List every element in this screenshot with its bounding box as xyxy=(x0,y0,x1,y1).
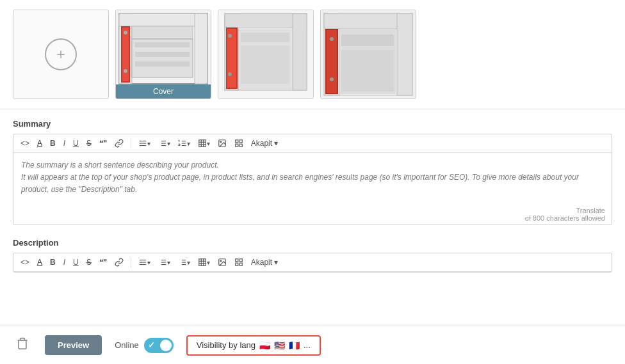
svg-rect-3 xyxy=(119,13,207,26)
summary-italic-btn[interactable]: I xyxy=(61,138,67,149)
svg-rect-34 xyxy=(341,35,394,46)
desc-list2-btn[interactable]: ▾ xyxy=(176,257,192,268)
summary-paragraph-select[interactable]: Akapit ▾ xyxy=(249,138,280,149)
toggle-knob xyxy=(160,340,172,351)
svg-rect-62 xyxy=(239,144,242,146)
svg-rect-11 xyxy=(135,42,190,47)
summary-editor: <> A B I U S̶ ❝❞ ▾ xyxy=(13,134,612,225)
svg-rect-23 xyxy=(241,45,289,84)
visibility-label: Visibility by lang xyxy=(197,340,256,350)
flag-pl: 🇵🇱 xyxy=(259,340,270,351)
svg-rect-83 xyxy=(235,259,238,262)
images-section: + xyxy=(0,0,625,109)
desc-font-btn[interactable]: A xyxy=(35,257,44,268)
summary-strike-btn[interactable]: S̶ xyxy=(85,138,93,149)
summary-link-btn[interactable] xyxy=(113,138,126,149)
ordered-list-icon xyxy=(178,139,187,148)
online-toggle-switch[interactable]: ✓ xyxy=(144,338,174,353)
table-icon xyxy=(198,139,207,148)
desc-italic-btn[interactable]: I xyxy=(61,257,67,268)
align-icon-2 xyxy=(138,258,147,267)
svg-rect-30 xyxy=(397,13,412,95)
summary-quote-btn[interactable]: ❝❞ xyxy=(97,138,109,149)
visibility-ellipsis: ... xyxy=(304,340,311,350)
summary-section: Summary <> A B I U S̶ ❝❞ xyxy=(0,109,625,235)
summary-font-btn[interactable]: A xyxy=(35,138,44,149)
image-thumb-2[interactable] xyxy=(218,10,314,99)
align-icon xyxy=(138,139,147,148)
image-icon-2 xyxy=(218,258,227,267)
summary-content[interactable]: The summary is a short sentence describi… xyxy=(13,153,612,204)
summary-placeholder-2: It will appears at the top of your shop'… xyxy=(21,173,579,194)
desc-link-btn[interactable] xyxy=(113,257,126,268)
desc-block-btn[interactable] xyxy=(232,257,245,268)
desc-underline-btn[interactable]: U xyxy=(71,257,81,268)
page-container: + xyxy=(0,0,625,364)
description-label: Description xyxy=(13,238,612,248)
svg-point-82 xyxy=(220,260,222,262)
svg-point-24 xyxy=(228,34,232,38)
svg-rect-20 xyxy=(227,29,236,88)
description-toolbar: <> A B I U S̶ ❝❞ ▾ xyxy=(13,253,612,272)
svg-rect-63 xyxy=(235,144,238,146)
desc-strike-btn[interactable]: S̶ xyxy=(85,257,93,268)
toolbar-divider-2 xyxy=(131,257,131,267)
image-thumb-3[interactable] xyxy=(320,10,416,99)
summary-align-btn[interactable]: ▾ xyxy=(136,138,152,149)
svg-point-36 xyxy=(330,37,334,41)
svg-point-10 xyxy=(124,69,127,73)
svg-rect-84 xyxy=(239,259,242,262)
char-limit: of 800 characters allowed xyxy=(525,214,605,222)
desc-list1-btn[interactable]: ▾ xyxy=(156,257,172,268)
list-icon xyxy=(158,139,167,148)
cover-label: Cover xyxy=(116,84,211,99)
summary-label: Summary xyxy=(13,119,612,129)
svg-rect-76 xyxy=(199,259,206,266)
image-icon xyxy=(218,139,227,148)
description-editor: <> A B I U S̶ ❝❞ ▾ xyxy=(13,253,612,273)
summary-bold-btn[interactable]: B xyxy=(48,138,58,149)
desc-quote-btn[interactable]: ❝❞ xyxy=(97,257,109,268)
desc-table-btn[interactable]: ▾ xyxy=(196,257,212,268)
summary-block-btn[interactable] xyxy=(232,138,245,149)
images-row: + xyxy=(13,10,612,99)
bottom-bar: Preview Online ✓ Visibility by lang 🇵🇱 🇺… xyxy=(0,326,625,364)
svg-point-37 xyxy=(330,77,334,81)
svg-point-59 xyxy=(220,141,222,143)
trash-icon xyxy=(16,337,29,350)
visibility-button[interactable]: Visibility by lang 🇵🇱 🇺🇸 🇫🇷 ... xyxy=(186,335,321,356)
svg-rect-4 xyxy=(195,13,207,84)
image-thumb-1[interactable]: Cover xyxy=(115,10,211,99)
delete-button[interactable] xyxy=(13,334,32,356)
summary-image-btn[interactable] xyxy=(216,138,229,149)
preview-button[interactable]: Preview xyxy=(45,335,102,355)
block-icon-2 xyxy=(234,258,243,267)
svg-rect-35 xyxy=(341,50,394,91)
desc-align-btn[interactable]: ▾ xyxy=(136,257,152,268)
svg-rect-7 xyxy=(132,26,193,39)
online-label: Online xyxy=(115,340,139,350)
block-icon xyxy=(234,139,243,148)
desc-bold-btn[interactable]: B xyxy=(48,257,58,268)
flag-fr: 🇫🇷 xyxy=(289,340,300,351)
list-icon-2 xyxy=(158,258,167,267)
window-cross-svg-3 xyxy=(321,10,416,99)
desc-paragraph-select[interactable]: Akapit ▾ xyxy=(249,257,280,268)
summary-code-btn[interactable]: <> xyxy=(19,138,31,149)
summary-table-btn[interactable]: ▾ xyxy=(196,138,212,149)
summary-list2-btn[interactable]: ▾ xyxy=(176,138,192,149)
summary-footer: Translate of 800 characters allowed xyxy=(13,204,612,225)
summary-list1-btn[interactable]: ▾ xyxy=(156,138,172,149)
toolbar-divider-1 xyxy=(131,138,131,148)
toggle-slider: ✓ xyxy=(144,338,174,353)
svg-rect-86 xyxy=(235,263,238,265)
translate-label: Translate xyxy=(576,207,605,214)
window-cross-svg-2 xyxy=(218,10,313,99)
svg-rect-53 xyxy=(199,140,206,147)
desc-code-btn[interactable]: <> xyxy=(19,257,31,268)
svg-point-25 xyxy=(228,72,232,76)
link-icon xyxy=(115,139,124,148)
add-image-button[interactable]: + xyxy=(13,10,109,99)
desc-image-btn[interactable] xyxy=(216,257,229,268)
summary-underline-btn[interactable]: U xyxy=(71,138,81,149)
